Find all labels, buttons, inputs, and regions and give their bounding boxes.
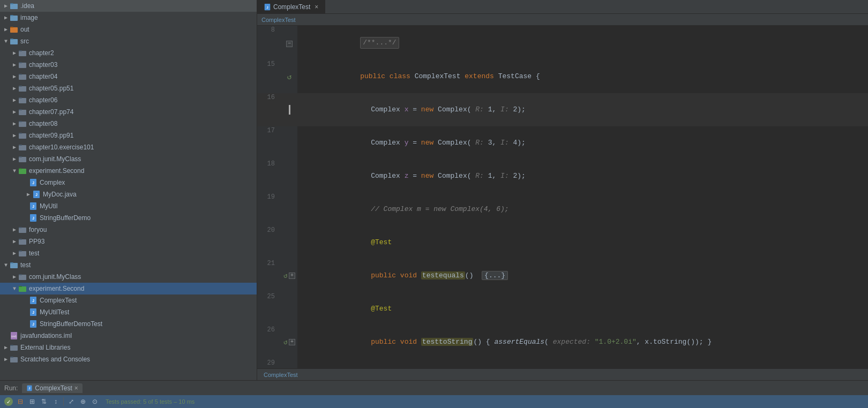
run-icon-21[interactable]: ↺ bbox=[283, 271, 288, 280]
sidebar-item-chapter05[interactable]: ▶ chapter05.pp51 bbox=[0, 82, 257, 94]
rerun-icon[interactable]: ⊞ bbox=[28, 397, 36, 406]
export-icon[interactable]: ⤢ bbox=[67, 397, 76, 406]
tab-close[interactable]: × bbox=[315, 3, 318, 11]
sidebar-item-chapter07[interactable]: ▶ chapter07.pp74 bbox=[0, 106, 257, 118]
sidebar-item-experiment-second[interactable]: ▼ experiment.Second bbox=[0, 165, 257, 177]
sidebar-item-chapter03[interactable]: ▶ chapter03 bbox=[0, 59, 257, 71]
sidebar-item-scratches[interactable]: ▶ Scratches and Consoles bbox=[0, 353, 257, 365]
sidebar-item-comjunit[interactable]: ▶ com.junit.MyClass bbox=[0, 153, 257, 165]
sidebar-item-external-libs[interactable]: ▶ External Libraries bbox=[0, 342, 257, 353]
fold-icon-26[interactable]: + bbox=[289, 339, 295, 345]
file-icon-iml: iml bbox=[10, 331, 18, 340]
fold-icon-8[interactable]: − bbox=[286, 41, 293, 47]
svg-rect-1 bbox=[10, 3, 13, 4]
folder-icon-test-src bbox=[18, 249, 27, 258]
svg-text:J: J bbox=[32, 299, 34, 303]
sidebar-item-myutiltest[interactable]: J MyUtilTest bbox=[0, 306, 257, 318]
code-18[interactable]: Complex z = new Complex( R: 1, I: 2); bbox=[297, 160, 868, 193]
file-bottom-label: ComplexTest bbox=[257, 368, 868, 380]
run-tab-complextest[interactable]: J ComplexTest × bbox=[22, 383, 82, 393]
stop-icon[interactable]: ⊟ bbox=[16, 397, 25, 406]
sidebar-item-chapter10[interactable]: ▶ chapter10.exercise101 bbox=[0, 141, 257, 153]
svg-text:J: J bbox=[32, 322, 34, 327]
sidebar-item-foryou[interactable]: ▶ foryou bbox=[0, 224, 257, 236]
run-icon-15[interactable]: ↺ bbox=[287, 73, 291, 81]
settings-icon[interactable]: ⊙ bbox=[91, 397, 99, 406]
sidebar-item-pp93[interactable]: ▶ PP93 bbox=[0, 236, 257, 247]
folder-icon-comjunit bbox=[18, 155, 27, 163]
folder-icon-chapter03 bbox=[18, 61, 27, 69]
tab-icon-complextest: J bbox=[264, 3, 271, 11]
code-15[interactable]: public class ComplexTest extends TestCas… bbox=[297, 60, 868, 93]
sidebar-item-idea[interactable]: ▶ .idea bbox=[0, 0, 257, 12]
var-y: y bbox=[405, 139, 413, 147]
label-idea: .idea bbox=[20, 2, 34, 10]
svg-rect-9 bbox=[19, 50, 22, 51]
folder-icon-chapter10 bbox=[18, 143, 27, 152]
code-21[interactable]: public void testequals() {...} bbox=[297, 259, 868, 292]
sort-desc-icon[interactable]: ↕ bbox=[51, 397, 60, 406]
code-29[interactable] bbox=[297, 359, 868, 368]
arrow-chapter04: ▶ bbox=[11, 73, 18, 80]
code-25[interactable]: @Test bbox=[297, 292, 868, 326]
sidebar-item-stringbufferdemotest[interactable]: J StringBufferDemoTest bbox=[0, 318, 257, 330]
code-16[interactable]: Complex x = new Complex( R: 1, I: 2); bbox=[297, 93, 868, 126]
code-19[interactable]: // Complex m = new Complex(4, 6); bbox=[297, 193, 868, 226]
label-chapter09: chapter09.pp91 bbox=[29, 132, 73, 139]
code-20[interactable]: @Test bbox=[297, 226, 868, 259]
svg-rect-11 bbox=[19, 62, 22, 63]
sidebar-item-src[interactable]: ▼ src bbox=[0, 35, 257, 47]
sidebar-item-mydoc[interactable]: ▶ J MyDoc.java bbox=[0, 188, 257, 200]
code-editor[interactable]: 8 − /**...*/ 15 ↺ bbox=[257, 26, 868, 368]
kw-public-15: public bbox=[360, 72, 390, 80]
search-icon[interactable]: ⊕ bbox=[79, 397, 87, 406]
gutter-8[interactable]: − bbox=[281, 26, 297, 60]
sidebar-item-myutil[interactable]: J MyUtil bbox=[0, 200, 257, 212]
label-chapter07: chapter07.pp74 bbox=[29, 108, 73, 116]
arrow-comjunit: ▶ bbox=[11, 156, 18, 162]
gutter-17 bbox=[281, 126, 297, 160]
svg-rect-43 bbox=[19, 251, 22, 252]
folder-icon-external-libs bbox=[10, 343, 18, 352]
sidebar-item-stringbufferdemo[interactable]: J StringBufferDemo bbox=[0, 212, 257, 224]
gutter-21[interactable]: ↺ + bbox=[281, 259, 297, 292]
fold-icon-21[interactable]: + bbox=[289, 273, 295, 279]
label-experiment-second2: experiment.Second bbox=[29, 285, 84, 292]
method-testtostring: testtoString bbox=[421, 338, 474, 346]
sidebar-item-chapter09[interactable]: ▶ chapter09.pp91 bbox=[0, 130, 257, 141]
sidebar-item-javafundations[interactable]: iml javafundations.iml bbox=[0, 330, 257, 342]
sidebar-item-experiment-second2[interactable]: ▼ experiment.Second bbox=[0, 283, 257, 294]
sidebar-item-complextest[interactable]: J ComplexTest bbox=[0, 294, 257, 306]
code-17[interactable]: Complex y = new Complex( R: 3, I: 4); bbox=[297, 126, 868, 160]
sidebar-item-out[interactable]: ▶ out bbox=[0, 24, 257, 35]
run-tab-close[interactable]: × bbox=[74, 384, 78, 392]
label-stringbufferdemotest: StringBufferDemoTest bbox=[40, 320, 102, 328]
arrow-experiment: ▼ bbox=[11, 168, 18, 174]
sidebar-item-chapter04[interactable]: ▶ chapter04 bbox=[0, 71, 257, 82]
line-num-25: 25 bbox=[257, 292, 281, 326]
label-javafundations: javafundations.iml bbox=[20, 332, 72, 339]
gutter-16 bbox=[281, 93, 297, 126]
code-8[interactable]: /**...*/ bbox=[297, 26, 868, 60]
sidebar-item-comjunit2[interactable]: ▶ com.junit.MyClass bbox=[0, 271, 257, 283]
run-icon-26[interactable]: ↺ bbox=[283, 338, 288, 346]
code-table: 8 − /**...*/ 15 ↺ bbox=[257, 26, 868, 368]
svg-rect-61 bbox=[10, 357, 13, 358]
sidebar-item-test-root[interactable]: ▼ test bbox=[0, 259, 257, 271]
sidebar-item-chapter08[interactable]: ▶ chapter08 bbox=[0, 118, 257, 130]
sort-asc-icon[interactable]: ⇅ bbox=[40, 397, 48, 406]
sidebar-item-test-src[interactable]: ▶ test bbox=[0, 247, 257, 259]
file-icon-mydoc: J bbox=[32, 190, 41, 199]
code-26[interactable]: public void testtoString() { assertEqual… bbox=[297, 326, 868, 359]
check-icon-status[interactable]: ✓ bbox=[4, 397, 13, 406]
sidebar-item-chapter06[interactable]: ▶ chapter06 bbox=[0, 94, 257, 106]
svg-text:J: J bbox=[32, 216, 34, 221]
svg-rect-3 bbox=[10, 15, 13, 16]
gutter-15[interactable]: ↺ bbox=[281, 60, 297, 93]
gutter-18 bbox=[281, 160, 297, 193]
gutter-26[interactable]: ↺ + bbox=[281, 326, 297, 359]
sidebar-item-image[interactable]: ▶ image bbox=[0, 12, 257, 24]
file-tab-complextest[interactable]: J ComplexTest × bbox=[257, 0, 325, 13]
sidebar-item-chapter2[interactable]: ▶ chapter2 bbox=[0, 47, 257, 59]
sidebar-item-complex[interactable]: J Complex bbox=[0, 177, 257, 188]
